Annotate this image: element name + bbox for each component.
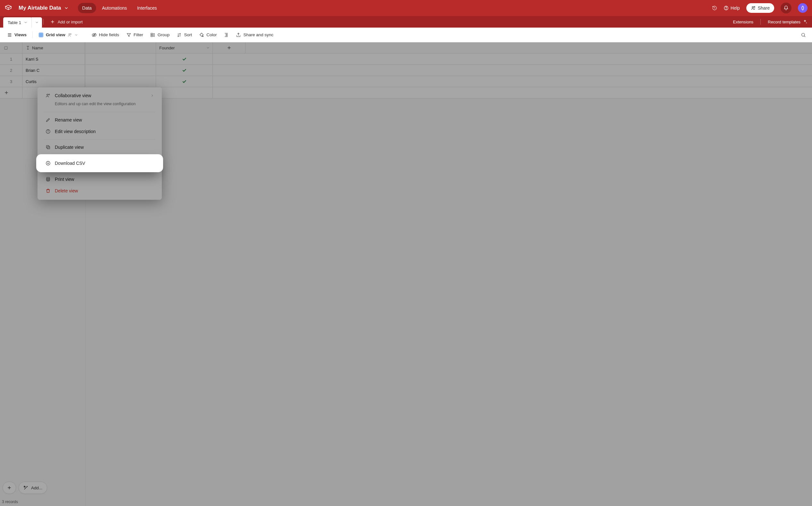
share-arrow-icon — [236, 32, 241, 37]
menu-item-rename-view[interactable]: Rename view — [39, 114, 160, 126]
search-in-view-button[interactable] — [799, 32, 808, 37]
people-small-icon — [68, 33, 72, 37]
table-tab-active[interactable]: Table 1 — [3, 17, 32, 27]
avatar[interactable] — [798, 3, 808, 13]
svg-point-14 — [49, 94, 50, 95]
active-view-label: Grid view — [46, 32, 65, 37]
grid-area: Name Founder 1 Karri S — [0, 42, 812, 506]
plus-icon — [50, 19, 55, 24]
menu-item-download-csv-label: Download CSV — [55, 161, 85, 166]
download-icon — [45, 161, 51, 166]
notifications-button[interactable] — [781, 3, 792, 13]
view-context-menu: Collaborative view Editors and up can ed… — [37, 87, 162, 200]
svg-point-13 — [47, 94, 48, 95]
menu-item-duplicate-label: Duplicate view — [55, 145, 84, 150]
menu-item-duplicate-view[interactable]: Duplicate view — [39, 142, 160, 153]
sparkle-icon — [802, 19, 808, 24]
table-list-dropdown[interactable] — [31, 17, 42, 27]
svg-point-16 — [48, 130, 48, 131]
svg-rect-8 — [151, 33, 153, 34]
people-icon — [751, 5, 756, 11]
svg-point-11 — [802, 33, 805, 36]
history-icon[interactable] — [712, 5, 717, 11]
help-label: Help — [731, 5, 740, 11]
pencil-icon — [45, 117, 51, 122]
filter-icon — [126, 32, 131, 37]
people-icon — [45, 93, 51, 98]
share-and-sync-label: Share and sync — [243, 32, 273, 37]
views-button[interactable]: Views — [4, 30, 30, 39]
grid-icon — [38, 32, 43, 37]
menu-item-delete-view[interactable]: Delete view — [39, 185, 160, 196]
filter-button[interactable]: Filter — [123, 30, 146, 39]
view-toolbar: Views Grid view Hide fields — [0, 27, 812, 42]
menu-item-collaborative-label: Collaborative view — [55, 93, 91, 98]
menu-item-edit-description[interactable]: Edit view description — [39, 126, 160, 137]
top-tabs: Data Automations Interfaces — [78, 3, 162, 13]
copy-icon — [45, 145, 51, 150]
group-label: Group — [158, 32, 170, 37]
hide-fields-button[interactable]: Hide fields — [88, 30, 122, 39]
views-label: Views — [14, 32, 27, 37]
menu-item-collaborative-view[interactable]: Collaborative view — [39, 92, 160, 101]
color-icon — [199, 32, 204, 37]
svg-point-2 — [752, 6, 753, 8]
share-button[interactable]: Share — [746, 3, 774, 13]
extensions-button[interactable]: Extensions — [733, 19, 754, 24]
search-icon — [801, 32, 806, 37]
base-name[interactable]: My Airtable Data — [19, 5, 69, 11]
group-button[interactable]: Group — [147, 30, 173, 39]
trash-icon — [45, 188, 51, 193]
chevron-down-icon — [24, 20, 27, 24]
menu-item-delete-label: Delete view — [55, 188, 78, 193]
sort-icon — [177, 32, 182, 37]
bell-icon — [784, 5, 789, 11]
svg-point-3 — [754, 6, 754, 7]
svg-rect-9 — [151, 35, 153, 36]
chevron-right-icon — [150, 94, 154, 97]
chevron-down-icon — [64, 5, 69, 11]
add-or-import-label: Add or import — [58, 19, 83, 24]
menu-item-download-csv[interactable]: Download CSV — [39, 157, 160, 169]
svg-rect-4 — [39, 33, 43, 37]
tab-interfaces[interactable]: Interfaces — [133, 3, 161, 13]
svg-rect-18 — [46, 146, 49, 148]
svg-point-5 — [69, 33, 70, 34]
svg-point-1 — [726, 9, 726, 9]
menu-item-print-view[interactable]: Print view — [39, 173, 160, 185]
svg-point-10 — [203, 35, 203, 36]
tab-automations[interactable]: Automations — [97, 3, 131, 13]
menu-item-edit-description-label: Edit view description — [55, 129, 96, 134]
sort-button[interactable]: Sort — [173, 30, 195, 39]
help-button[interactable]: Help — [724, 5, 740, 11]
menu-icon — [7, 32, 12, 37]
tab-data[interactable]: Data — [78, 3, 96, 13]
sort-label: Sort — [184, 32, 192, 37]
tables-bar: Table 1 Add or import Extensions Record … — [0, 16, 812, 27]
avatar-glyph-icon — [800, 5, 806, 11]
color-button[interactable]: Color — [196, 30, 220, 39]
color-label: Color — [206, 32, 217, 37]
share-label: Share — [758, 5, 770, 11]
row-height-icon — [224, 32, 229, 37]
hide-fields-label: Hide fields — [99, 32, 119, 37]
record-templates-label: Record templates — [768, 19, 801, 24]
row-height-button[interactable] — [220, 30, 232, 39]
add-or-import-button[interactable]: Add or import — [45, 16, 88, 27]
menu-item-collaborative-subtext: Editors and up can edit the view configu… — [39, 101, 160, 110]
menu-item-rename-label: Rename view — [55, 117, 82, 122]
eye-off-icon — [92, 32, 97, 37]
share-and-sync-button[interactable]: Share and sync — [233, 30, 277, 39]
help-icon — [724, 5, 729, 11]
info-icon — [45, 129, 51, 134]
print-icon — [45, 177, 51, 182]
topbar: My Airtable Data Data Automations Interf… — [0, 0, 812, 16]
chevron-down-icon — [35, 20, 39, 24]
filter-label: Filter — [134, 32, 143, 37]
svg-rect-17 — [47, 146, 50, 149]
chevron-down-icon — [74, 33, 78, 37]
record-templates-button[interactable]: Record templates — [768, 19, 808, 24]
active-view-button[interactable]: Grid view — [35, 30, 81, 39]
table-tab-label: Table 1 — [8, 20, 21, 25]
menu-item-print-label: Print view — [55, 177, 74, 182]
